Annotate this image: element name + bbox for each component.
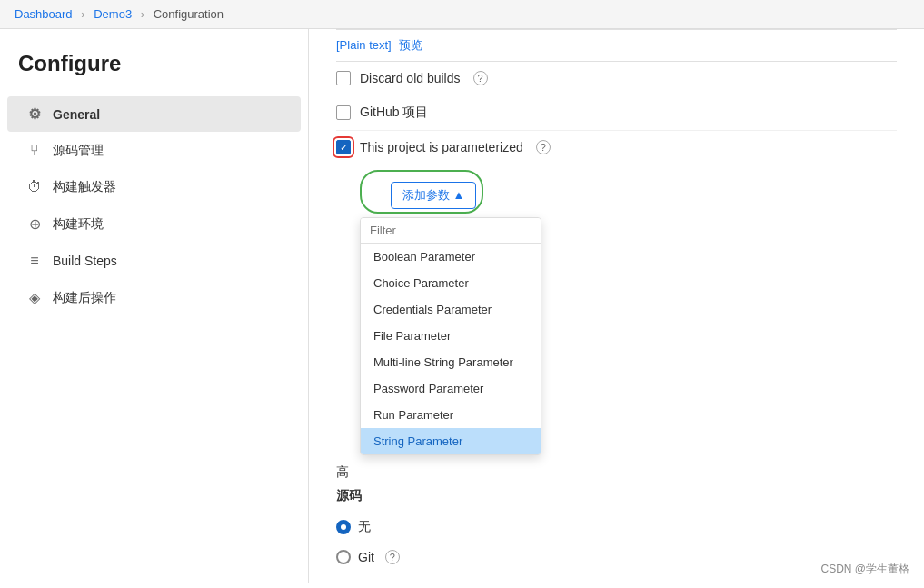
- breadcrumb: Dashboard › Demo3 › Configuration: [0, 0, 924, 29]
- preview-link[interactable]: 预览: [399, 38, 422, 52]
- config-item-discard: Discard old builds ?: [336, 62, 897, 95]
- dropdown-item-password[interactable]: Password Parameter: [361, 375, 541, 402]
- breadcrumb-dashboard[interactable]: Dashboard: [15, 7, 73, 21]
- build-icon: ≡: [25, 253, 44, 269]
- config-item-github: GitHub 项目: [336, 95, 897, 131]
- discard-help-icon[interactable]: ?: [473, 71, 488, 85]
- dropdown-item-boolean[interactable]: Boolean Parameter: [361, 244, 541, 270]
- advanced-section: 高: [336, 455, 897, 484]
- sidebar: Configure ⚙ General ⑂ 源码管理 ⏱ 构建触发器 ⊕ 构建环…: [0, 29, 309, 583]
- env-icon: ⊕: [25, 215, 44, 233]
- radio-none[interactable]: 无: [336, 512, 897, 543]
- add-param-oval: 添加参数 ▲: [360, 170, 483, 214]
- sidebar-item-env[interactable]: ⊕ 构建环境: [7, 206, 301, 242]
- github-checkbox[interactable]: [336, 105, 351, 120]
- breadcrumb-demo3[interactable]: Demo3: [94, 7, 132, 21]
- page-title: Configure: [0, 44, 308, 95]
- section-label: 高: [336, 464, 349, 481]
- radio-git-icon: [336, 550, 351, 564]
- sidebar-label-build: Build Steps: [53, 254, 117, 268]
- radio-none-label: 无: [358, 519, 371, 535]
- discard-label: Discard old builds: [360, 71, 461, 85]
- source-icon: ⑂: [25, 143, 44, 159]
- sidebar-label-source: 源码管理: [53, 143, 104, 159]
- source-section: 源码: [336, 484, 897, 512]
- parameterized-label: This project is parameterized: [360, 140, 523, 154]
- post-icon: ◈: [25, 289, 44, 306]
- sidebar-label-post: 构建后操作: [53, 290, 116, 306]
- dropdown-item-credentials[interactable]: Credentials Parameter: [361, 296, 541, 323]
- dropdown-item-file[interactable]: File Parameter: [361, 323, 541, 349]
- discard-checkbox[interactable]: [336, 71, 351, 85]
- watermark: CSDN @学生董格: [820, 562, 909, 577]
- filter-input[interactable]: [361, 218, 541, 244]
- source-section-label: 源码: [336, 488, 362, 503]
- dropdown-item-choice[interactable]: Choice Parameter: [361, 270, 541, 296]
- plain-text-link[interactable]: [Plain text]: [336, 38, 392, 52]
- sidebar-item-general[interactable]: ⚙ General: [7, 96, 301, 132]
- sidebar-label-env: 构建环境: [53, 216, 104, 233]
- trigger-icon: ⏱: [25, 179, 44, 195]
- config-item-parameterized: ✓ This project is parameterized ?: [336, 131, 897, 164]
- dropdown-container: Boolean Parameter Choice Parameter Crede…: [360, 217, 541, 455]
- plain-text-bar: [Plain text] 预览: [336, 29, 897, 62]
- sidebar-label-general: General: [53, 107, 100, 122]
- sidebar-item-source[interactable]: ⑂ 源码管理: [7, 134, 301, 168]
- parameterized-checkbox[interactable]: ✓: [336, 140, 351, 154]
- gear-icon: ⚙: [25, 105, 44, 123]
- dropdown-item-multiline[interactable]: Multi-line String Parameter: [361, 349, 541, 375]
- breadcrumb-configuration: Configuration: [154, 7, 224, 21]
- add-param-section: 添加参数 ▲: [360, 170, 897, 214]
- sidebar-item-post[interactable]: ◈ 构建后操作: [7, 280, 301, 315]
- sidebar-label-trigger: 构建触发器: [53, 179, 116, 195]
- parameterized-help-icon[interactable]: ?: [536, 140, 551, 154]
- sidebar-item-build[interactable]: ≡ Build Steps: [7, 244, 301, 278]
- git-help-icon[interactable]: ?: [385, 550, 400, 564]
- sidebar-item-trigger[interactable]: ⏱ 构建触发器: [7, 170, 301, 204]
- github-label: GitHub 项目: [360, 105, 428, 121]
- dropdown-item-run[interactable]: Run Parameter: [361, 402, 541, 428]
- add-param-button[interactable]: 添加参数 ▲: [391, 182, 476, 209]
- radio-git[interactable]: Git ?: [336, 543, 897, 572]
- radio-git-label: Git: [358, 550, 374, 564]
- radio-none-icon: [336, 520, 351, 534]
- dropdown-item-string[interactable]: String Parameter: [361, 428, 541, 454]
- dropdown-menu: Boolean Parameter Choice Parameter Crede…: [360, 217, 541, 455]
- main-content: [Plain text] 预览 Discard old builds ? Git…: [309, 29, 924, 583]
